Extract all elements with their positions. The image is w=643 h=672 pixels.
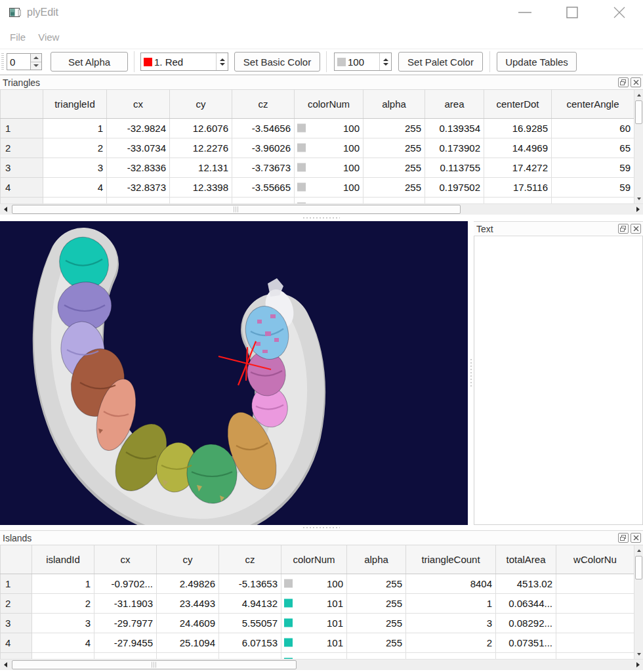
column-header-area[interactable]: area [425, 90, 484, 118]
cell-wColorNu[interactable] [556, 652, 634, 659]
row-header[interactable]: 2 [1, 593, 32, 613]
cell-cx[interactable]: -32.9824 [107, 118, 170, 138]
cell-cz[interactable]: 5.55057 [219, 613, 281, 633]
alpha-spin-down-button[interactable] [31, 62, 41, 70]
cell-cz[interactable]: -3.54656 [232, 118, 295, 138]
cell-wColorNu[interactable] [556, 574, 634, 593]
dock-splitter-horizontal[interactable] [0, 215, 643, 221]
cell-triangleId[interactable]: 5 [43, 197, 107, 203]
cell-cy[interactable]: 12.3398 [170, 177, 232, 197]
column-header-triangleCount[interactable]: triangleCount [406, 545, 496, 574]
cell-alpha[interactable]: 255 [347, 574, 406, 593]
dock-splitter-vertical[interactable] [468, 221, 474, 525]
column-header-triangleId[interactable]: triangleId [43, 90, 107, 118]
close-panel-button[interactable] [631, 77, 641, 87]
cell-totalArea[interactable]: 0.05059... [496, 652, 556, 659]
cell-triangleId[interactable]: 4 [43, 177, 107, 197]
vertical-scroll-thumb[interactable] [635, 100, 642, 124]
alpha-spin-value[interactable]: 0 [7, 54, 30, 70]
cell-cz[interactable]: -3.86476 [232, 197, 295, 203]
cell-colorNum[interactable]: 100 [295, 197, 363, 203]
text-panel-content[interactable] [474, 236, 643, 525]
cell-colorNum[interactable]: 100 [295, 118, 363, 138]
cell-cz[interactable]: 4.94132 [219, 593, 281, 613]
cell-wColorNu[interactable] [556, 593, 634, 613]
scroll-left-button[interactable] [0, 204, 10, 215]
cell-islandId[interactable]: 1 [32, 574, 94, 593]
alpha-spin-up-button[interactable] [31, 54, 41, 62]
cell-colorNum[interactable]: 100 [295, 138, 363, 158]
column-header-cz[interactable]: cz [232, 90, 295, 118]
minimize-button[interactable] [501, 0, 549, 25]
column-header-cy[interactable]: cy [157, 545, 219, 574]
cell-alpha[interactable]: 255 [363, 118, 425, 138]
dock-splitter-horizontal[interactable] [0, 525, 643, 530]
cell-totalArea[interactable]: 0.07351... [496, 633, 556, 652]
cell-colorNum[interactable]: 101 [281, 633, 347, 652]
column-header-totalArea[interactable]: totalArea [496, 545, 556, 574]
cell-cz[interactable]: -3.96026 [232, 138, 295, 158]
cell-colorNum[interactable]: 100 [281, 574, 347, 593]
cell-centerDot[interactable]: 17.4272 [484, 158, 552, 177]
cell-alpha[interactable]: 255 [347, 652, 406, 659]
float-panel-button[interactable] [618, 77, 629, 87]
cell-cz[interactable]: 6.49913 [219, 652, 281, 659]
cell-centerAngle[interactable]: 65 [552, 138, 634, 158]
column-header-wColorNu[interactable]: wColorNu [556, 545, 634, 574]
toolbar-handle[interactable] [1, 53, 4, 70]
triangles-horizontal-scrollbar[interactable] [0, 203, 643, 215]
column-header-alpha[interactable]: alpha [347, 545, 406, 574]
column-header-cz[interactable]: cz [219, 545, 281, 574]
float-panel-button[interactable] [618, 224, 629, 234]
cell-triangleCount[interactable]: 1 [406, 593, 496, 613]
cell-cy[interactable]: 2.49826 [157, 574, 219, 593]
row-header[interactable]: 3 [1, 158, 43, 177]
row-header[interactable]: 3 [1, 613, 32, 633]
cell-centerAngle[interactable]: 59 [552, 158, 634, 177]
islands-vertical-scrollbar[interactable] [634, 545, 643, 659]
cell-area[interactable]: 0.04508 [425, 197, 484, 203]
close-button[interactable] [596, 0, 643, 25]
cell-colorNum[interactable]: 100 [295, 177, 363, 197]
palet-color-spinner[interactable] [379, 53, 391, 70]
cell-cx[interactable]: -33.0734 [107, 138, 170, 158]
cell-cz[interactable]: -5.13653 [219, 574, 281, 593]
table-corner-header[interactable] [1, 545, 32, 574]
cell-triangleCount[interactable]: 3 [406, 613, 496, 633]
cell-islandId[interactable]: 4 [32, 633, 94, 652]
cell-wColorNu[interactable] [556, 613, 634, 633]
scroll-right-button[interactable] [633, 204, 643, 215]
menu-file[interactable]: File [9, 32, 26, 43]
islands-horizontal-scrollbar[interactable] [0, 659, 643, 670]
column-header-centerAngle[interactable]: centerAngle [552, 90, 634, 118]
cell-alpha[interactable]: 255 [347, 593, 406, 613]
alpha-spinbox[interactable]: 0 [7, 53, 42, 70]
cell-totalArea[interactable]: 0.06344... [496, 593, 556, 613]
update-tables-button[interactable]: Update Tables [497, 52, 577, 72]
scroll-down-button[interactable] [634, 649, 643, 659]
cell-islandId[interactable]: 3 [32, 613, 94, 633]
cell-centerAngle[interactable]: 59 [552, 177, 634, 197]
scroll-up-button[interactable] [634, 90, 643, 100]
horizontal-scroll-thumb[interactable] [12, 205, 461, 214]
scroll-up-button[interactable] [634, 545, 643, 555]
palet-color-combo[interactable]: 100 [334, 52, 392, 71]
scroll-down-button[interactable] [634, 194, 643, 203]
cell-cy[interactable]: 25.3096 [157, 652, 219, 659]
set-palet-color-button[interactable]: Set Palet Color [398, 52, 483, 72]
column-header-colorNum[interactable]: colorNum [295, 90, 363, 118]
cell-area[interactable]: 0.139354 [425, 118, 484, 138]
cell-cy[interactable]: 12.2276 [170, 138, 232, 158]
cell-centerAngle[interactable]: 60 [552, 118, 634, 138]
cell-triangleCount[interactable]: 2 [406, 633, 496, 652]
cell-triangleId[interactable]: 1 [43, 118, 107, 138]
cell-cx[interactable]: -31.1903 [94, 593, 157, 613]
cell-alpha[interactable]: 255 [347, 613, 406, 633]
cell-cy[interactable]: 24.4609 [157, 613, 219, 633]
3d-viewport[interactable] [0, 221, 468, 525]
scroll-left-button[interactable] [0, 660, 10, 670]
cell-colorNum[interactable]: 101 [281, 652, 347, 659]
float-panel-button[interactable] [618, 533, 629, 543]
cell-cz[interactable]: -3.73673 [232, 158, 295, 177]
cell-centerDot[interactable]: 8.73093 [484, 197, 552, 203]
